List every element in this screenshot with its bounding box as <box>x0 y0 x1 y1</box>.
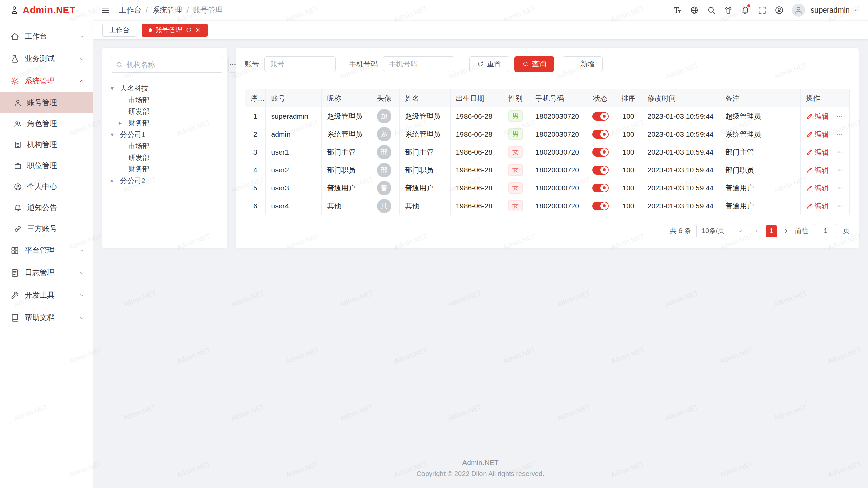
toggle-knob <box>600 113 608 120</box>
tree-node[interactable]: ▾分公司1 <box>111 129 219 140</box>
sidebar-subitem-account[interactable]: 账号管理 <box>0 92 93 113</box>
edit-button[interactable]: 编辑 <box>806 183 829 193</box>
cell-sort: 100 <box>615 161 642 179</box>
sidebar-item-dev-tools[interactable]: 开发工具 <box>0 284 93 306</box>
edit-button[interactable]: 编辑 <box>806 201 829 211</box>
table-row: 5user3普通用户普普通用户1986-06-28女18020030720100… <box>245 179 849 197</box>
status-toggle[interactable] <box>592 148 609 157</box>
more-actions-button[interactable] <box>836 166 843 174</box>
sidebar-subitem-org[interactable]: 机构管理 <box>0 134 93 155</box>
tree-node[interactable]: ▸分公司2 <box>111 175 219 186</box>
search-button[interactable]: 查询 <box>514 56 554 72</box>
sidebar-item-log[interactable]: 日志管理 <box>0 262 93 284</box>
profile-icon[interactable] <box>772 3 787 18</box>
table-row: 6user4其他其其他1986-06-28女180200307201002023… <box>245 197 849 215</box>
tree-caret-icon[interactable]: ▸ <box>119 119 128 127</box>
phone-filter-input[interactable] <box>383 56 454 72</box>
font-size-icon[interactable] <box>670 3 685 18</box>
sidebar-item-system-management[interactable]: 系统管理 <box>0 70 93 92</box>
sidebar-subitem-personal-center[interactable]: 个人中心 <box>0 176 93 197</box>
status-toggle[interactable] <box>592 112 609 121</box>
gender-badge: 男 <box>508 110 523 122</box>
tree-node[interactable]: 研发部 <box>111 152 219 163</box>
edit-icon <box>806 185 813 191</box>
status-toggle[interactable] <box>592 184 609 192</box>
tree-node[interactable]: 财务部 <box>111 163 219 175</box>
tree-caret-icon[interactable]: ▾ <box>111 131 120 138</box>
tree-node[interactable]: 市场部 <box>111 94 219 106</box>
account-filter-input[interactable] <box>264 56 336 72</box>
goto-page-input[interactable] <box>814 224 837 238</box>
more-actions-button[interactable] <box>836 202 843 210</box>
col-gender: 性别 <box>501 89 530 107</box>
sidebar-item-label: 业务测试 <box>25 54 79 64</box>
page-size-select[interactable]: 10条/页 <box>696 224 748 238</box>
more-actions-button[interactable] <box>836 113 843 120</box>
logo[interactable]: Admin.NET <box>0 0 93 20</box>
collapse-sidebar-icon[interactable] <box>101 6 110 15</box>
app-root: Admin.NET 工作台业务测试系统管理账号管理角色管理机构管理职位管理个人中… <box>0 0 868 488</box>
sidebar-subitem-third-party-account[interactable]: 三方账号 <box>0 218 93 239</box>
sidebar-item-workbench[interactable]: 工作台 <box>0 25 93 47</box>
col-actions: 操作 <box>800 89 849 107</box>
cell-sort: 100 <box>615 125 642 143</box>
next-page-button[interactable] <box>783 228 789 235</box>
sidebar-subitem-role[interactable]: 角色管理 <box>0 113 93 134</box>
tree-node-label: 大名科技 <box>120 84 149 93</box>
tree-caret-icon[interactable]: ▾ <box>111 85 120 92</box>
more-actions-button[interactable] <box>836 130 843 138</box>
sidebar-item-label: 帮助文档 <box>25 312 79 323</box>
globe-icon[interactable] <box>687 3 702 18</box>
status-toggle[interactable] <box>592 166 609 175</box>
status-toggle[interactable] <box>592 202 609 210</box>
edit-button-label: 编辑 <box>815 129 829 139</box>
cell-sort: 100 <box>615 179 642 197</box>
edit-icon <box>806 131 813 138</box>
org-search-input[interactable] <box>126 61 218 69</box>
more-actions-button[interactable] <box>836 184 843 192</box>
reset-button[interactable]: 重置 <box>469 56 509 72</box>
refresh-tab-icon[interactable] <box>186 27 192 33</box>
current-page-button[interactable]: 1 <box>766 225 777 237</box>
bell-icon <box>14 204 22 212</box>
tree-node[interactable]: 市场部 <box>111 140 219 152</box>
breadcrumb-separator: / <box>186 6 189 15</box>
footer-title: Admin.NET <box>102 459 859 467</box>
search-icon[interactable] <box>704 3 719 18</box>
tab-account-management[interactable]: 账号管理 <box>142 24 208 37</box>
tree-node[interactable]: ▸财务部 <box>111 117 219 129</box>
tree-caret-icon[interactable]: ▸ <box>111 177 120 184</box>
sidebar-subitem-post[interactable]: 职位管理 <box>0 155 93 176</box>
sidebar-subitem-notice[interactable]: 通知公告 <box>0 197 93 218</box>
cell-birthdate: 1986-06-28 <box>450 107 501 125</box>
edit-button[interactable]: 编辑 <box>806 129 829 139</box>
tree-node[interactable]: ▾大名科技 <box>111 83 219 94</box>
filter-row: 账号 手机号码 重置 查询 <box>245 56 850 72</box>
chevron-down-icon[interactable] <box>853 7 859 13</box>
edit-button[interactable]: 编辑 <box>806 165 829 175</box>
theme-icon[interactable] <box>721 3 736 18</box>
fullscreen-icon[interactable] <box>755 3 770 18</box>
username[interactable]: superadmin <box>811 6 850 15</box>
breadcrumb-item-account: 账号管理 <box>193 5 223 15</box>
add-button[interactable]: 新增 <box>563 56 603 72</box>
sidebar-item-help-docs[interactable]: 帮助文档 <box>0 306 93 329</box>
more-actions-button[interactable] <box>836 148 843 156</box>
tree-node[interactable]: 研发部 <box>111 106 219 117</box>
close-tab-icon[interactable] <box>195 27 201 33</box>
sidebar-item-platform[interactable]: 平台管理 <box>0 239 93 262</box>
breadcrumb-item-system[interactable]: 系统管理 <box>152 5 182 15</box>
notification-icon[interactable] <box>738 3 753 18</box>
edit-button[interactable]: 编辑 <box>806 111 829 121</box>
breadcrumb: 工作台 / 系统管理 / 账号管理 <box>119 5 223 15</box>
cell-actions: 编辑 <box>800 125 849 143</box>
cell-actions: 编辑 <box>800 197 849 215</box>
sidebar-item-business-test[interactable]: 业务测试 <box>0 47 93 70</box>
breadcrumb-item-workbench[interactable]: 工作台 <box>119 5 141 15</box>
edit-button[interactable]: 编辑 <box>806 147 829 157</box>
cell-birthdate: 1986-06-28 <box>450 125 501 143</box>
user-avatar[interactable] <box>792 4 805 17</box>
tab-workbench[interactable]: 工作台 <box>102 24 136 37</box>
prev-page-button[interactable] <box>753 228 760 235</box>
status-toggle[interactable] <box>592 130 609 139</box>
